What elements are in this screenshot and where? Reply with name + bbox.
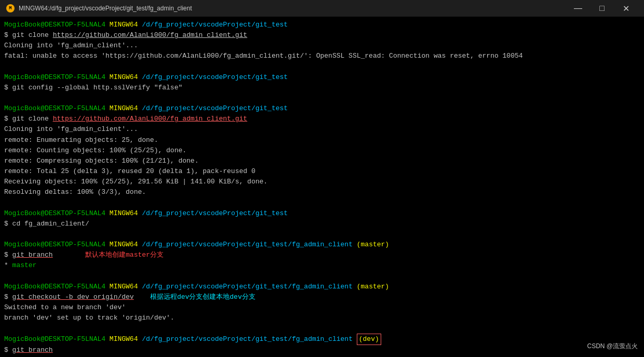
- window: M MINGW64:/d/fg_project/vscodeProject/gi…: [0, 0, 644, 357]
- terminal-line: $ cd fg_admin_client/: [4, 219, 640, 229]
- minimize-button[interactable]: —: [566, 0, 590, 17]
- terminal-line: Resolving deltas: 100% (3/3), done.: [4, 187, 640, 197]
- terminal-line: $ git branch: [4, 345, 640, 355]
- terminal-line: Switched to a new branch 'dev': [4, 302, 640, 313]
- terminal-line: $ git config --global http.sslVerify "fa…: [4, 83, 640, 93]
- terminal-line: branch 'dev' set up to track 'origin/dev…: [4, 313, 640, 323]
- terminal-line: MogicBook@DESKTOP-F5LNAL4 MINGW64 /d/fg_…: [4, 334, 640, 345]
- terminal-line: MogicBook@DESKTOP-F5LNAL4 MINGW64 /d/fg_…: [4, 20, 640, 30]
- terminal-line: $ git clone https://github.com/AlanLi000…: [4, 114, 640, 124]
- annotation-dev-branch: 根据远程dev分支创建本地dev分支: [150, 292, 256, 302]
- terminal-line: * master: [4, 260, 640, 271]
- terminal-line: fatal: unable to access 'https://github.…: [4, 51, 640, 61]
- app-icon: M: [6, 4, 15, 12]
- close-button[interactable]: ✕: [614, 0, 638, 17]
- prompt-user: MogicBook@DESKTOP-F5LNAL4: [4, 20, 105, 30]
- window-title: MINGW64:/d/fg_project/vscodeProject/git_…: [19, 5, 192, 12]
- terminal-line: MogicBook@DESKTOP-F5LNAL4 MINGW64 /d/fg_…: [4, 240, 640, 250]
- titlebar-left: M MINGW64:/d/fg_project/vscodeProject/gi…: [6, 4, 192, 12]
- terminal[interactable]: MogicBook@DESKTOP-F5LNAL4 MINGW64 /d/fg_…: [0, 17, 644, 357]
- terminal-line: remote: Counting objects: 100% (25/25), …: [4, 146, 640, 156]
- annotation-master-branch: 默认本地创建master分支: [85, 250, 164, 260]
- terminal-line: $ git branch 默认本地创建master分支: [4, 250, 640, 260]
- terminal-line: $ git clone https://github.com/AlanLi000…: [4, 30, 640, 41]
- window-controls[interactable]: — □ ✕: [566, 0, 638, 17]
- csdn-watermark: CSDN @流萤点火: [587, 342, 638, 351]
- terminal-line: Cloning into 'fg_admin_client'...: [4, 41, 640, 51]
- dev-branch-boxed: (dev): [357, 334, 381, 345]
- prompt-path: /d/fg_project/vscodeProject/git_test: [142, 20, 288, 30]
- terminal-line: $ git checkout -b dev origin/dev 根据远程dev…: [4, 292, 640, 302]
- terminal-line: remote: Compressing objects: 100% (21/21…: [4, 156, 640, 166]
- terminal-line: MogicBook@DESKTOP-F5LNAL4 MINGW64 /d/fg_…: [4, 208, 640, 219]
- prompt-mingw: MINGW64: [110, 20, 138, 30]
- titlebar: M MINGW64:/d/fg_project/vscodeProject/gi…: [0, 0, 644, 17]
- terminal-line: MogicBook@DESKTOP-F5LNAL4 MINGW64 /d/fg_…: [4, 282, 640, 292]
- terminal-line: Receiving objects: 100% (25/25), 291.56 …: [4, 177, 640, 187]
- terminal-line: remote: Enumerating objects: 25, done.: [4, 135, 640, 146]
- maximize-button[interactable]: □: [590, 0, 614, 17]
- terminal-line: Cloning into 'fg_admin_client'...: [4, 124, 640, 135]
- terminal-line: MogicBook@DESKTOP-F5LNAL4 MINGW64 /d/fg_…: [4, 103, 640, 114]
- terminal-line: MogicBook@DESKTOP-F5LNAL4 MINGW64 /d/fg_…: [4, 72, 640, 83]
- terminal-line: remote: Total 25 (delta 3), reused 20 (d…: [4, 166, 640, 177]
